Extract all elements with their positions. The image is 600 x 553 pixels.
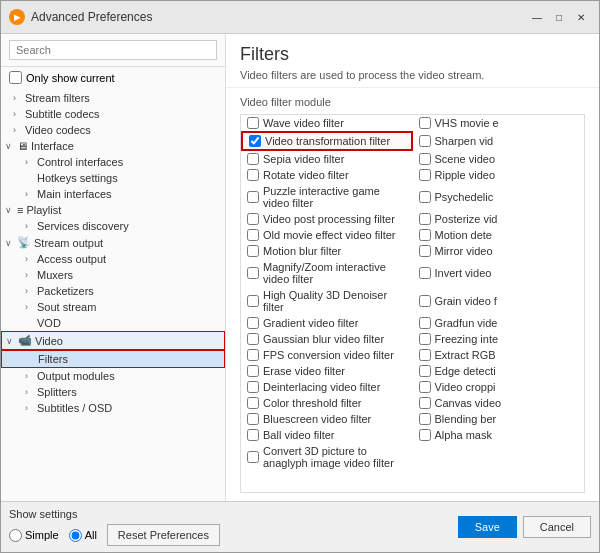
tree-item-video-codecs[interactable]: › Video codecs bbox=[1, 122, 225, 138]
tree-item-playlist[interactable]: ∨ ≡ Playlist bbox=[1, 202, 225, 218]
filter-motiondet-checkbox[interactable] bbox=[419, 229, 431, 241]
filter-motionblur-checkbox[interactable] bbox=[247, 245, 259, 257]
tree-item-services-discovery[interactable]: › Services discovery bbox=[1, 218, 225, 234]
bottom-bar: Show settings Simple All Reset Preferenc… bbox=[1, 501, 599, 552]
filter-mirrorvid-label: Mirror video bbox=[435, 245, 493, 257]
filter-invertvid-checkbox[interactable] bbox=[419, 267, 431, 279]
tree-item-subtitles-osd[interactable]: › Subtitles / OSD bbox=[1, 400, 225, 416]
chevron-icon: ∨ bbox=[6, 336, 16, 346]
filter-puzzle: Puzzle interactive game video filter bbox=[241, 183, 413, 211]
filter-ripple: Ripple video bbox=[413, 167, 585, 183]
filter-mirrorvid: Mirror video bbox=[413, 243, 585, 259]
filter-gradient-checkbox[interactable] bbox=[247, 317, 259, 329]
tree-item-control-interfaces[interactable]: › Control interfaces bbox=[1, 154, 225, 170]
filter-posterize-checkbox[interactable] bbox=[419, 213, 431, 225]
filter-psychedelic-checkbox[interactable] bbox=[419, 191, 431, 203]
filter-deinterlace-checkbox[interactable] bbox=[247, 381, 259, 393]
filter-extractrgb-checkbox[interactable] bbox=[419, 349, 431, 361]
filter-wave: Wave video filter bbox=[241, 115, 413, 131]
tree-item-video[interactable]: ∨ 📹 Video bbox=[1, 331, 225, 350]
tree-item-output-modules[interactable]: › Output modules bbox=[1, 368, 225, 384]
tree-label: Playlist bbox=[26, 204, 61, 216]
filters-scroll[interactable]: Wave video filter VHS movie e Video tran… bbox=[240, 114, 585, 493]
filter-erase-checkbox[interactable] bbox=[247, 365, 259, 377]
reset-preferences-button[interactable]: Reset Preferences bbox=[107, 524, 220, 546]
filter-mirrorvid-checkbox[interactable] bbox=[419, 245, 431, 257]
filter-hq3d-checkbox[interactable] bbox=[247, 295, 259, 307]
filter-puzzle-checkbox[interactable] bbox=[247, 191, 259, 203]
only-current-checkbox[interactable] bbox=[9, 71, 22, 84]
tree-item-stream-filters[interactable]: › Stream filters bbox=[1, 90, 225, 106]
tree-item-stream-output[interactable]: ∨ 📡 Stream output bbox=[1, 234, 225, 251]
radio-simple-input[interactable] bbox=[9, 529, 22, 542]
filter-grainvid-checkbox[interactable] bbox=[419, 295, 431, 307]
tree-item-subtitle-codecs[interactable]: › Subtitle codecs bbox=[1, 106, 225, 122]
tree-item-sout-stream[interactable]: › Sout stream bbox=[1, 299, 225, 315]
filter-sepia-checkbox[interactable] bbox=[247, 153, 259, 165]
only-current-row: Only show current bbox=[1, 67, 225, 88]
filter-convert3d-checkbox[interactable] bbox=[247, 451, 259, 463]
maximize-button[interactable]: □ bbox=[549, 7, 569, 27]
filter-videocrop-checkbox[interactable] bbox=[419, 381, 431, 393]
filter-gaussianblur-checkbox[interactable] bbox=[247, 333, 259, 345]
filter-scene-checkbox[interactable] bbox=[419, 153, 431, 165]
filter-edgedetect-checkbox[interactable] bbox=[419, 365, 431, 377]
filter-canvas-checkbox[interactable] bbox=[419, 397, 431, 409]
tree-item-interface[interactable]: ∨ 🖥 Interface bbox=[1, 138, 225, 154]
tree-item-hotkeys[interactable]: Hotkeys settings bbox=[1, 170, 225, 186]
filter-oldmovie-checkbox[interactable] bbox=[247, 229, 259, 241]
search-input[interactable] bbox=[9, 40, 217, 60]
close-button[interactable]: ✕ bbox=[571, 7, 591, 27]
filter-wave-checkbox[interactable] bbox=[247, 117, 259, 129]
filter-freezing-label: Freezing inte bbox=[435, 333, 499, 345]
filter-rotate-checkbox[interactable] bbox=[247, 169, 259, 181]
filter-ball-checkbox[interactable] bbox=[247, 429, 259, 441]
chevron-icon: ∨ bbox=[5, 238, 15, 248]
tree-item-access-output[interactable]: › Access output bbox=[1, 251, 225, 267]
chevron-icon bbox=[26, 354, 36, 364]
chevron-icon: ∨ bbox=[5, 141, 15, 151]
filter-blending-checkbox[interactable] bbox=[419, 413, 431, 425]
filter-gradfun-checkbox[interactable] bbox=[419, 317, 431, 329]
chevron-icon: › bbox=[25, 221, 35, 231]
tree-item-main-interfaces[interactable]: › Main interfaces bbox=[1, 186, 225, 202]
filter-gradient-label: Gradient video filter bbox=[263, 317, 358, 329]
minimize-button[interactable]: — bbox=[527, 7, 547, 27]
filter-bluescreen-checkbox[interactable] bbox=[247, 413, 259, 425]
search-box bbox=[1, 34, 225, 67]
filter-convert3d-label: Convert 3D picture to anaglyph image vid… bbox=[263, 445, 407, 469]
radio-simple[interactable]: Simple bbox=[9, 529, 59, 542]
filter-freezing-checkbox[interactable] bbox=[419, 333, 431, 345]
tree-item-packetizers[interactable]: › Packetizers bbox=[1, 283, 225, 299]
filter-fpsconversion-checkbox[interactable] bbox=[247, 349, 259, 361]
filter-postprocess-checkbox[interactable] bbox=[247, 213, 259, 225]
filter-ripple-checkbox[interactable] bbox=[419, 169, 431, 181]
tree-item-splitters[interactable]: › Splitters bbox=[1, 384, 225, 400]
filter-alphamask-checkbox[interactable] bbox=[419, 429, 431, 441]
cancel-button[interactable]: Cancel bbox=[523, 516, 591, 538]
window-controls: — □ ✕ bbox=[527, 7, 591, 27]
filter-extractrgb-label: Extract RGB bbox=[435, 349, 496, 361]
tree-item-filters[interactable]: Filters bbox=[1, 350, 225, 368]
filter-magnifyzoom-checkbox[interactable] bbox=[247, 267, 259, 279]
filter-vhs-checkbox[interactable] bbox=[419, 117, 431, 129]
filter-edgedetect-label: Edge detecti bbox=[435, 365, 496, 377]
tree-item-muxers[interactable]: › Muxers bbox=[1, 267, 225, 283]
filter-videotransform-checkbox[interactable] bbox=[249, 135, 261, 147]
tree-label: Stream output bbox=[34, 237, 103, 249]
filter-postprocess: Video post processing filter bbox=[241, 211, 413, 227]
filter-scene: Scene video bbox=[413, 151, 585, 167]
tree-item-vod[interactable]: VOD bbox=[1, 315, 225, 331]
filter-colorthreshold-checkbox[interactable] bbox=[247, 397, 259, 409]
filter-sharpenvid-checkbox[interactable] bbox=[419, 135, 431, 147]
filter-grainvid: Grain video f bbox=[413, 287, 585, 315]
chevron-icon: › bbox=[25, 254, 35, 264]
main-content: Only show current › Stream filters › Sub… bbox=[1, 34, 599, 501]
filters-grid: Wave video filter VHS movie e Video tran… bbox=[241, 115, 584, 471]
radio-all[interactable]: All bbox=[69, 529, 97, 542]
filter-psychedelic-label: Psychedelic bbox=[435, 191, 494, 203]
tree-label: Interface bbox=[31, 140, 74, 152]
filter-motionblur-label: Motion blur filter bbox=[263, 245, 341, 257]
radio-all-input[interactable] bbox=[69, 529, 82, 542]
save-button[interactable]: Save bbox=[458, 516, 517, 538]
